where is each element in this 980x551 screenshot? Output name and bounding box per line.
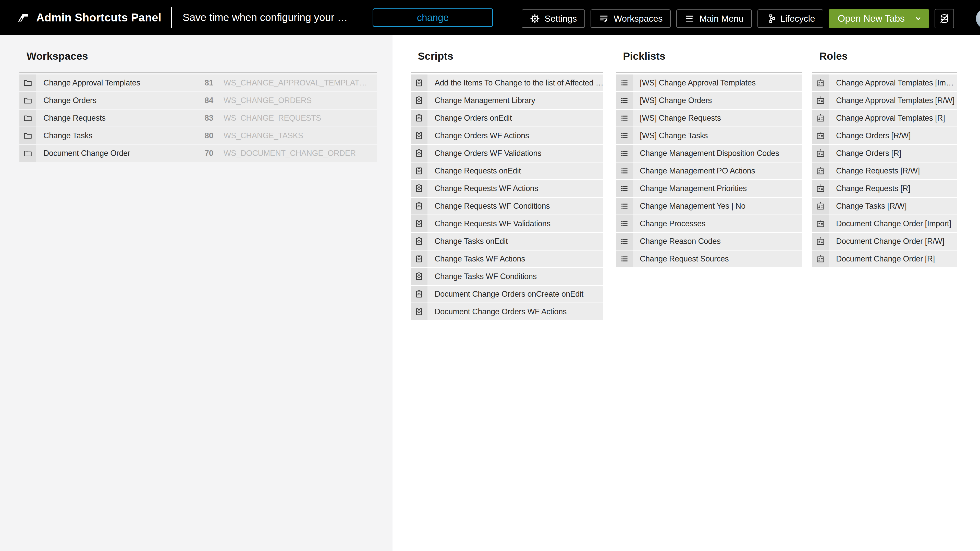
- main-menu-button-label: Main Menu: [699, 14, 743, 24]
- picklist-row[interactable]: Change Management PO Actions: [616, 162, 802, 179]
- settings-button[interactable]: Settings: [522, 10, 585, 28]
- script-row[interactable]: Change Tasks onEdit: [410, 233, 603, 250]
- script-row-label: Change Tasks onEdit: [434, 237, 603, 246]
- script-row[interactable]: Change Requests onEdit: [410, 162, 603, 179]
- script-row[interactable]: Change Requests WF Conditions: [410, 198, 603, 214]
- role-row[interactable]: Change Approval Templates [R]: [812, 110, 957, 127]
- list-icon: [616, 215, 633, 232]
- script-icon: [410, 145, 428, 162]
- hamburger-icon: [684, 14, 695, 24]
- picklist-row[interactable]: Change Management Yes | No: [616, 198, 802, 214]
- workspace-row[interactable]: Change Orders84WS_CHANGE_ORDERS: [19, 92, 377, 109]
- workspaces-button[interactable]: Workspaces: [590, 10, 671, 28]
- badge-icon: [812, 145, 829, 162]
- script-row-label: Change Requests WF Validations: [434, 219, 603, 228]
- role-row-label: Document Change Order [Import]: [836, 219, 957, 228]
- header-divider: [171, 7, 172, 28]
- picklist-row[interactable]: [WS] Change Requests: [616, 110, 802, 127]
- workspace-code: WS_DOCUMENT_CHANGE_ORDER: [224, 149, 377, 158]
- role-row[interactable]: Change Approval Templates [R/W]: [812, 92, 957, 109]
- badge-icon: [812, 180, 829, 197]
- list-icon: [616, 180, 633, 197]
- header-tagline: Save time when configuring your …: [183, 11, 348, 24]
- workspace-name: Change Orders: [43, 96, 197, 105]
- workspace-row[interactable]: Change Tasks80WS_CHANGE_TASKS: [19, 127, 377, 144]
- workspace-row[interactable]: Change Requests83WS_CHANGE_REQUESTS: [19, 110, 377, 127]
- workspace-id: 80: [197, 131, 213, 140]
- script-row[interactable]: Change Tasks WF Conditions: [410, 268, 603, 285]
- badge-icon: [812, 198, 829, 214]
- script-row[interactable]: Document Change Orders WF Actions: [410, 303, 603, 320]
- picklist-row[interactable]: Change Request Sources: [616, 251, 802, 267]
- script-icon: [410, 286, 428, 303]
- open-new-tabs-label: Open New Tabs: [838, 13, 905, 24]
- picklist-row-label: Change Management PO Actions: [640, 166, 802, 176]
- script-row[interactable]: Change Orders WF Validations: [410, 145, 603, 162]
- section-roles: Roles Change Approval Templates [Im…Chan…: [812, 35, 957, 268]
- script-row[interactable]: Change Requests WF Validations: [410, 215, 603, 232]
- script-row[interactable]: Add the Items To Change to the list of A…: [410, 75, 603, 91]
- picklist-row-label: [WS] Change Tasks: [640, 131, 802, 140]
- role-row[interactable]: Document Change Order [Import]: [812, 215, 957, 232]
- picklist-row[interactable]: [WS] Change Tasks: [616, 127, 802, 144]
- open-new-tabs-button[interactable]: Open New Tabs: [829, 9, 929, 28]
- script-row[interactable]: Change Orders WF Actions: [410, 127, 603, 144]
- workspace-code: WS_CHANGE_REQUESTS: [224, 114, 377, 123]
- role-row-label: Change Approval Templates [R]: [836, 114, 957, 123]
- main-menu-button[interactable]: Main Menu: [676, 10, 752, 28]
- section-divider: [410, 72, 603, 73]
- workspaces-button-label: Workspaces: [614, 14, 662, 24]
- role-row[interactable]: Change Requests [R]: [812, 180, 957, 197]
- role-row[interactable]: Change Requests [R/W]: [812, 162, 957, 179]
- picklist-row[interactable]: [WS] Change Approval Templates: [616, 75, 802, 91]
- user-avatar[interactable]: [976, 8, 980, 29]
- role-row-label: Change Approval Templates [R/W]: [836, 96, 957, 105]
- list-icon: [616, 233, 633, 250]
- script-row[interactable]: Change Tasks WF Actions: [410, 251, 603, 267]
- script-row[interactable]: Change Requests WF Actions: [410, 180, 603, 197]
- script-row-label: Document Change Orders WF Actions: [434, 307, 603, 316]
- picklist-row[interactable]: Change Processes: [616, 215, 802, 232]
- script-icon: [410, 251, 428, 267]
- role-row-label: Change Orders [R/W]: [836, 131, 957, 140]
- role-row[interactable]: Change Orders [R/W]: [812, 127, 957, 144]
- workspace-id: 84: [197, 96, 213, 105]
- workspace-id: 70: [197, 149, 213, 158]
- script-icon: [410, 127, 428, 144]
- picklist-row[interactable]: Change Management Priorities: [616, 180, 802, 197]
- workspace-row[interactable]: Document Change Order70WS_DOCUMENT_CHANG…: [19, 145, 377, 162]
- role-row[interactable]: Document Change Order [R/W]: [812, 233, 957, 250]
- picklist-row[interactable]: [WS] Change Orders: [616, 92, 802, 109]
- workspace-row[interactable]: Change Approval Templates81WS_CHANGE_APP…: [19, 75, 377, 91]
- badge-icon: [812, 162, 829, 179]
- close-all-tabs-button[interactable]: [935, 9, 954, 28]
- role-row[interactable]: Change Approval Templates [Im…: [812, 75, 957, 91]
- list-icon: [616, 92, 633, 109]
- script-icon: [410, 303, 428, 320]
- workflow-icon: [765, 14, 776, 24]
- script-row[interactable]: Change Orders onEdit: [410, 110, 603, 127]
- role-row[interactable]: Document Change Order [R]: [812, 251, 957, 267]
- list-icon: [616, 145, 633, 162]
- script-icon: [410, 110, 428, 127]
- workspace-name: Change Tasks: [43, 131, 197, 140]
- script-row[interactable]: Change Management Library: [410, 92, 603, 109]
- role-row[interactable]: Change Tasks [R/W]: [812, 198, 957, 214]
- lifecycle-button[interactable]: Lifecycle: [757, 10, 823, 28]
- script-row-label: Change Requests WF Actions: [434, 184, 603, 193]
- workspace-id: 81: [197, 78, 213, 87]
- search-input[interactable]: [372, 8, 493, 27]
- script-icon: [410, 92, 428, 109]
- badge-icon: [812, 251, 829, 267]
- list-icon: [616, 75, 633, 91]
- picklist-row[interactable]: Change Management Disposition Codes: [616, 145, 802, 162]
- picklists-list: [WS] Change Approval Templates[WS] Chang…: [616, 75, 802, 267]
- picklist-row[interactable]: Change Reason Codes: [616, 233, 802, 250]
- script-row[interactable]: Document Change Orders onCreate onEdit: [410, 286, 603, 303]
- picklist-row-label: Change Management Yes | No: [640, 202, 802, 211]
- picklist-row-label: Change Request Sources: [640, 254, 802, 264]
- role-row[interactable]: Change Orders [R]: [812, 145, 957, 162]
- section-workspaces: Workspaces Change Approval Templates81WS…: [19, 35, 377, 162]
- badge-icon: [812, 75, 829, 91]
- badge-icon: [812, 233, 829, 250]
